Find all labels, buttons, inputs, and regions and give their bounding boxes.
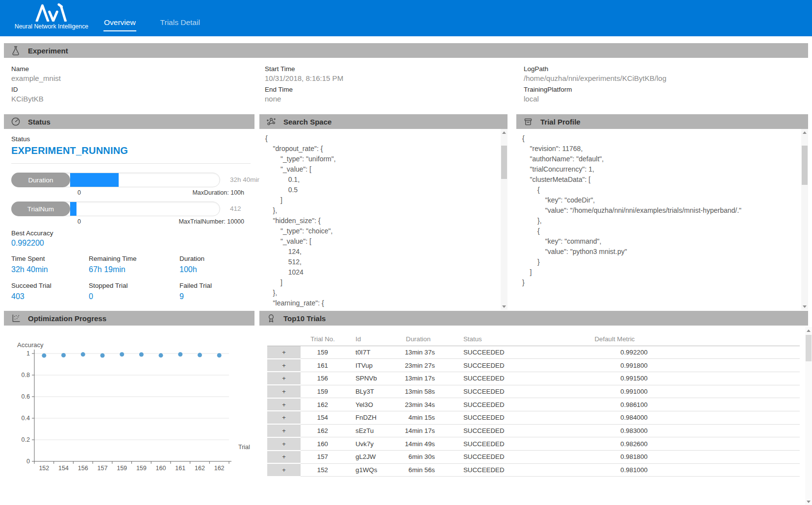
flask-icon <box>11 46 21 55</box>
expand-row-button[interactable]: + <box>267 451 301 464</box>
table-row: +157gL2JW6min 30sSUCCEEDED0.981800 <box>267 451 800 464</box>
scroll-up-icon[interactable] <box>805 327 812 334</box>
svg-text:0.6: 0.6 <box>22 393 30 400</box>
table-row: +156SPNVb13min 17sSUCCEEDED0.991500 <box>267 372 800 385</box>
data-point[interactable] <box>42 354 46 358</box>
nni-logo: Neural Network Intelligence <box>10 3 93 30</box>
expand-row-button[interactable]: + <box>267 424 301 437</box>
experiment-section-header: Experiment <box>4 43 808 58</box>
column-header: Status <box>443 332 541 346</box>
trial-no-cell: 157 <box>301 451 345 464</box>
table-row: +160Uvk7y14min 49sSUCCEEDED0.982600 <box>267 437 800 451</box>
status-cell: SUCCEEDED <box>443 411 541 424</box>
trial-id-cell: Uvk7y <box>345 437 394 451</box>
experiment-section-title: Experiment <box>28 47 68 55</box>
expand-row-button[interactable]: + <box>267 385 301 398</box>
trialnum-progress-bar: TrialNum <box>11 202 220 216</box>
scrollbar-thumb[interactable] <box>806 335 812 361</box>
default-metric-cell: 0.991500 <box>541 372 727 385</box>
expand-row-button[interactable]: + <box>267 372 301 385</box>
duration-progress-fill <box>70 173 119 187</box>
tab-overview[interactable]: Overview <box>103 18 136 31</box>
optimization-section-header: Optimization Progress <box>4 311 254 326</box>
scroll-up-icon[interactable] <box>501 129 508 136</box>
search-space-section-header: Search Space <box>259 114 508 129</box>
expand-row-button[interactable]: + <box>267 398 301 411</box>
trial-no-cell: 161 <box>301 359 345 372</box>
svg-text:Accuracy: Accuracy <box>17 341 44 349</box>
data-point[interactable] <box>81 352 85 356</box>
data-point[interactable] <box>100 354 104 358</box>
status-cell: SUCCEEDED <box>443 437 541 451</box>
scroll-up-icon[interactable] <box>801 129 808 136</box>
trial-id-cell: t0I7T <box>345 346 394 359</box>
duration-cell: 4min 15s <box>394 411 443 424</box>
svg-text:152: 152 <box>39 465 49 472</box>
data-point[interactable] <box>159 353 163 357</box>
data-point[interactable] <box>178 352 182 356</box>
expand-row-button[interactable]: + <box>267 411 301 424</box>
stat-label: Stopped Trial <box>89 282 179 292</box>
column-filler <box>727 332 800 346</box>
trial-profile-scrollbar[interactable] <box>801 129 808 310</box>
default-metric-cell: 0.991000 <box>541 385 727 398</box>
page-scrollbar[interactable] <box>805 327 812 505</box>
filler-cell <box>727 463 800 477</box>
search-space-scrollbar[interactable] <box>501 129 508 310</box>
data-point[interactable] <box>139 352 144 356</box>
trialnum-progress-range: 0 MaxTrialNumber: 10000 <box>77 218 244 225</box>
default-metric-cell: 0.983000 <box>541 424 727 437</box>
default-metric-cell: 0.991800 <box>541 359 727 372</box>
expand-row-button[interactable]: + <box>267 463 301 477</box>
svg-text:1: 1 <box>26 350 30 357</box>
stat-value: 0 <box>89 292 179 309</box>
data-point[interactable] <box>198 353 202 357</box>
experiment-field-label: ID <box>11 82 257 95</box>
data-point[interactable] <box>61 353 66 357</box>
trial-id-cell: BLy3T <box>345 385 394 398</box>
tab-trials-detail[interactable]: Trials Detail <box>160 18 201 31</box>
trial-no-cell: 159 <box>301 346 345 359</box>
best-accuracy-label: Best Accuracy <box>11 229 53 237</box>
experiment-column: LogPath/home/quzha/nni/experiments/KCiBy… <box>516 62 808 103</box>
experiment-field-value: /home/quzha/nni/experiments/KCiBytKB/log <box>524 74 808 82</box>
scrollbar-thumb[interactable] <box>802 146 808 185</box>
trial-no-cell: 159 <box>301 385 345 398</box>
expand-row-button[interactable]: + <box>267 359 301 372</box>
app-header: Neural Network Intelligence Overview Tri… <box>0 0 812 36</box>
expand-row-button[interactable]: + <box>267 437 301 451</box>
optimization-section-title: Optimization Progress <box>28 314 106 323</box>
experiment-field-value: 10/31/2018, 8:16:15 PM <box>265 74 516 82</box>
molecule-icon <box>266 117 276 126</box>
scroll-down-icon[interactable] <box>501 303 508 310</box>
column-header: Default Metric <box>541 332 727 346</box>
expand-row-button[interactable]: + <box>267 346 301 359</box>
svg-text:0.4: 0.4 <box>22 415 30 422</box>
svg-text:0.8: 0.8 <box>22 372 30 379</box>
divider <box>11 163 251 164</box>
data-point[interactable] <box>217 353 222 357</box>
table-row: +152g1WQs6min 56sSUCCEEDED0.981000 <box>267 463 800 477</box>
table-row: +159BLy3T13min 58sSUCCEEDED0.991000 <box>267 385 800 398</box>
medal-icon <box>266 313 276 323</box>
status-cell: SUCCEEDED <box>443 451 541 464</box>
data-point[interactable] <box>120 352 124 356</box>
trial-profile-panel: { "revision": 11768, "authorName": "defa… <box>516 129 808 310</box>
svg-text:154: 154 <box>58 465 69 472</box>
trial-no-cell: 154 <box>301 411 345 424</box>
main-nav: Overview Trials Detail <box>103 18 201 31</box>
search-space-panel: { "dropout_rate": { "_type": "uniform", … <box>259 129 508 310</box>
column-header: Id <box>345 332 394 346</box>
filler-cell <box>727 411 800 424</box>
experiment-column: Start Time10/31/2018, 8:16:15 PMEnd Time… <box>257 62 516 103</box>
trial-id-cell: gL2JW <box>345 451 394 464</box>
scroll-down-icon[interactable] <box>801 303 808 310</box>
duration-cell: 6min 30s <box>394 451 443 464</box>
svg-text:162: 162 <box>214 465 225 472</box>
scrollbar-thumb[interactable] <box>501 146 507 179</box>
scroll-down-icon[interactable] <box>805 498 812 505</box>
table-row: +162Yel3O23min 34sSUCCEEDED0.986100 <box>267 398 800 411</box>
filler-cell <box>727 451 800 464</box>
experiment-field-label: Start Time <box>265 62 516 74</box>
default-metric-cell: 0.981800 <box>541 451 727 464</box>
